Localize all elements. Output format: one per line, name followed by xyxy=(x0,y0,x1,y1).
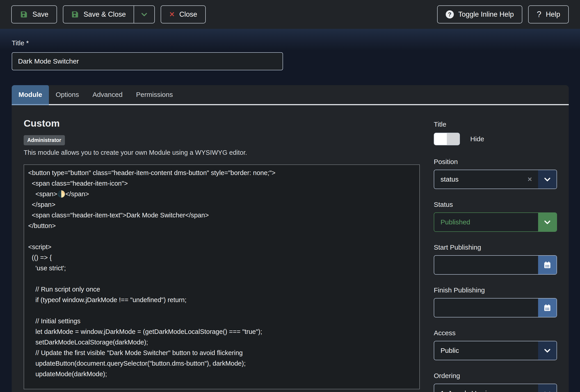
start-publishing-calendar-button[interactable] xyxy=(538,256,557,274)
save-and-close-split-button: Save & Close xyxy=(63,5,155,23)
show-title-toggle-row: Hide xyxy=(434,133,557,145)
status-label: Status xyxy=(434,201,557,208)
tab-permissions[interactable]: Permissions xyxy=(129,85,180,104)
toggle-inline-help-label: Toggle Inline Help xyxy=(458,10,514,18)
status-value: Published xyxy=(440,218,470,226)
close-x-icon xyxy=(169,10,175,18)
access-group: Access Public xyxy=(434,329,557,360)
tab-module[interactable]: Module xyxy=(12,85,49,104)
toolbar-right-group: Toggle Inline Help Help xyxy=(437,5,569,23)
clear-icon[interactable] xyxy=(527,170,532,189)
toggle-inline-help-button[interactable]: Toggle Inline Help xyxy=(437,5,522,23)
close-button[interactable]: Close xyxy=(161,5,206,23)
start-publishing-field xyxy=(434,255,557,275)
finish-publishing-calendar-button[interactable] xyxy=(538,298,557,317)
close-button-label: Close xyxy=(179,10,197,18)
status-select[interactable]: Published xyxy=(434,212,557,232)
question-mark-icon xyxy=(537,10,541,19)
access-value: Public xyxy=(440,347,459,354)
finish-publishing-group: Finish Publishing xyxy=(434,286,557,317)
toolbar-left-group: Save Save & Close Close xyxy=(11,5,206,23)
position-group: Position status xyxy=(434,158,557,189)
save-and-close-button[interactable]: Save & Close xyxy=(63,6,134,23)
module-panel: Module Options Advanced Permissions Cust… xyxy=(12,85,569,392)
help-button[interactable]: Help xyxy=(528,5,569,23)
client-badge: Administrator xyxy=(24,135,65,145)
title-section: Title * xyxy=(0,29,580,70)
position-label: Position xyxy=(434,158,557,166)
ordering-select[interactable]: 1. Joomla Version xyxy=(434,384,557,392)
status-group: Status Published xyxy=(434,201,557,232)
chevron-down-icon xyxy=(543,218,551,226)
tab-options[interactable]: Options xyxy=(49,85,86,104)
tab-advanced[interactable]: Advanced xyxy=(86,85,129,104)
title-input[interactable] xyxy=(12,52,283,70)
chevron-down-icon xyxy=(140,10,148,18)
tab-bar: Module Options Advanced Permissions xyxy=(12,85,569,105)
module-main-column: Custom Administrator This module allows … xyxy=(24,118,420,392)
save-floppy-icon xyxy=(71,10,79,18)
access-label: Access xyxy=(434,329,557,337)
toggle-active-half xyxy=(434,133,447,145)
access-select[interactable]: Public xyxy=(434,341,557,360)
position-combobox[interactable]: status xyxy=(434,170,557,189)
start-publishing-label: Start Publishing xyxy=(434,244,557,251)
finish-publishing-field xyxy=(434,298,557,317)
module-description: This module allows you to create your ow… xyxy=(24,149,420,156)
save-floppy-icon xyxy=(20,10,28,18)
module-type-heading: Custom xyxy=(24,118,420,129)
title-field-label: Title * xyxy=(12,39,29,47)
toggle-inactive-half xyxy=(447,133,459,145)
module-code-editor[interactable]: <button type="button" class="header-item… xyxy=(24,164,420,389)
chevron-down-icon xyxy=(543,347,551,355)
position-value: status xyxy=(440,175,458,183)
title-show-hide-toggle[interactable] xyxy=(434,133,460,145)
circle-question-icon xyxy=(446,10,454,18)
ordering-value: 1. Joomla Version xyxy=(440,390,494,392)
ordering-dropdown-button[interactable] xyxy=(538,384,557,392)
calendar-icon xyxy=(543,304,551,312)
start-publishing-group: Start Publishing xyxy=(434,244,557,275)
access-dropdown-button[interactable] xyxy=(538,341,557,360)
toggle-state-label: Hide xyxy=(470,135,484,143)
ordering-label: Ordering xyxy=(434,372,557,380)
panel-body: Custom Administrator This module allows … xyxy=(12,105,569,392)
save-and-close-button-label: Save & Close xyxy=(84,10,126,18)
ordering-group: Ordering 1. Joomla Version xyxy=(434,372,557,392)
module-settings-sidebar: Title Hide Position status xyxy=(434,118,557,392)
status-dropdown-button[interactable] xyxy=(538,213,557,231)
help-button-label: Help xyxy=(546,10,560,18)
save-button[interactable]: Save xyxy=(11,5,57,23)
show-title-group: Title Hide xyxy=(434,121,557,145)
finish-publishing-label: Finish Publishing xyxy=(434,286,557,294)
workarea: Module Options Advanced Permissions Cust… xyxy=(12,85,569,392)
toolbar: Save Save & Close Close Toggle Inline He… xyxy=(0,0,580,29)
save-button-label: Save xyxy=(32,10,48,18)
module-edit-page: Save Save & Close Close Toggle Inline He… xyxy=(0,0,580,392)
show-title-label: Title xyxy=(434,121,557,128)
chevron-down-icon xyxy=(543,175,551,183)
calendar-icon xyxy=(543,261,551,269)
chevron-down-icon xyxy=(543,389,551,392)
position-dropdown-button[interactable] xyxy=(538,170,557,189)
save-options-dropdown-button[interactable] xyxy=(134,6,154,23)
